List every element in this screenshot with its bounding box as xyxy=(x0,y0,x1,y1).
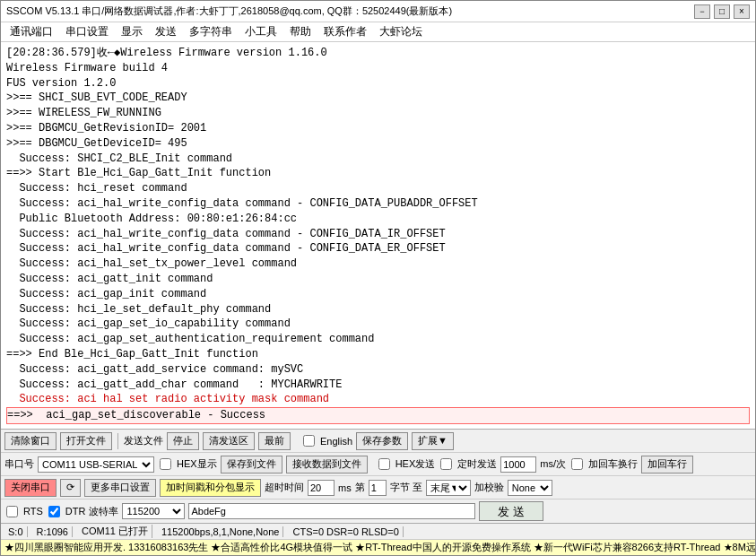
window-title: SSCOM V5.13.1 串口/网络数据调试器,作者:大虾丁丁,2618058… xyxy=(6,4,452,18)
last-button[interactable]: 最前 xyxy=(258,432,291,450)
expand-button[interactable]: 扩展▼ xyxy=(412,432,454,450)
dtr-checkbox[interactable] xyxy=(48,506,60,517)
hex-send-checkbox[interactable] xyxy=(378,458,390,470)
flow-ctrl-button[interactable]: 加回车行 xyxy=(641,456,693,473)
term-line-21: Success: aci_gatt_add_service command: m… xyxy=(6,363,303,376)
term-line-4: >>== WIRELESS_FW_RUNNING xyxy=(6,107,161,119)
menu-display[interactable]: 显示 xyxy=(116,23,148,40)
term-line-24: ==>> aci_gap_set_discoverable - Success xyxy=(6,407,750,424)
ms-unit-label: ms/次 xyxy=(540,457,566,471)
newline-checkbox[interactable] xyxy=(571,458,583,470)
timer-send-label: 定时发送 xyxy=(457,457,497,471)
clear-window-button[interactable]: 清除窗口 xyxy=(4,432,56,450)
send-input[interactable] xyxy=(188,503,475,519)
term-line-0: [20:28:36.579]收←◆Wireless Firmware versi… xyxy=(6,47,327,59)
toolbar-row3: 关闭串口 ⟳ 更多串口设置 加时间戳和分包显示 超时时间 ms 第 字节 至 末… xyxy=(1,476,755,500)
save-params-button[interactable]: 保存参数 xyxy=(356,432,408,450)
close-port-button[interactable]: 关闭串口 xyxy=(4,479,56,497)
window-controls: － □ × xyxy=(694,4,750,19)
term-line-14: Success: aci_hal_set_tx_power_level comm… xyxy=(6,257,297,270)
timer-send-checkbox[interactable] xyxy=(440,458,452,470)
menu-forum[interactable]: 大虾论坛 xyxy=(374,23,428,40)
more-settings-button[interactable]: 更多串口设置 xyxy=(84,479,156,497)
term-line-2: FUS version 1.2.0 xyxy=(6,77,116,90)
packet-unit-label: 字节 至 xyxy=(390,481,422,494)
minimize-button[interactable]: － xyxy=(694,4,710,19)
menu-port-settings[interactable]: 串口设置 xyxy=(60,23,114,40)
term-line-11: Public Bluetooth Address: 00:80:e1:26:84… xyxy=(6,213,297,225)
term-line-9: Success: hci_reset command xyxy=(6,182,187,195)
timer-interval-input[interactable] xyxy=(500,456,536,473)
ad-text: ★四川黑眼圈智能应用开发. 13316083163先生 ★合适高性价比4G模块值… xyxy=(4,541,755,554)
toolbar-row4: RTS DTR 波特率 115200 发 送 xyxy=(1,500,755,523)
term-line-18: Success: aci_gap_set_io_capability comma… xyxy=(6,317,291,330)
save-file-button[interactable]: 保存到文件 xyxy=(221,456,282,473)
baud-status: 115200bps,8,1,None,None xyxy=(158,526,284,537)
r-value: R:1096 xyxy=(33,526,73,537)
timeout-input[interactable] xyxy=(308,480,335,496)
menu-tools[interactable]: 小工具 xyxy=(239,23,282,40)
term-line-13: Success: aci_hal_write_config_data comma… xyxy=(6,242,446,255)
port-status: COM11 已打开 xyxy=(78,525,152,538)
menu-contact[interactable]: 联系作者 xyxy=(318,23,372,40)
term-line-1: Wireless Firmware build 4 xyxy=(6,62,168,74)
stop-button[interactable]: 停止 xyxy=(167,432,199,450)
menu-multistring[interactable]: 多字符串 xyxy=(184,23,238,40)
term-line-5: >>== DBGMCU_GetRevisionID= 2001 xyxy=(6,122,206,135)
recv-file-button[interactable]: 接收数据到文件 xyxy=(286,456,368,473)
term-line-8: ==>> Start Ble_Hci_Gap_Gatt_Init functio… xyxy=(6,167,271,179)
clear-send-button[interactable]: 清发送区 xyxy=(203,432,255,450)
menu-help[interactable]: 帮助 xyxy=(284,23,317,40)
cts-status: CTS=0 DSR=0 RLSD=0 xyxy=(289,526,403,537)
status-bar: S:0 R:1096 COM11 已打开 115200bps,8,1,None,… xyxy=(1,523,755,539)
rts-label: RTS xyxy=(23,506,43,517)
hex-display-label: HEX显示 xyxy=(177,457,217,471)
menu-bar: 通讯端口 串口设置 显示 发送 多字符串 小工具 帮助 联系作者 大虾论坛 xyxy=(1,22,755,42)
newline-label: 加回车换行 xyxy=(588,457,638,471)
s-value: S:0 xyxy=(4,526,28,537)
term-line-3: >>== SHCI_SUB_EVT_CODE_READY xyxy=(6,91,187,104)
timeout-label: 超时时间 xyxy=(265,481,304,494)
term-line-6: >>== DBGMCU_GetDeviceID= 495 xyxy=(6,137,187,150)
refresh-button[interactable]: ⟳ xyxy=(60,479,81,497)
hex-display-checkbox[interactable] xyxy=(160,458,171,470)
packet-num-input[interactable] xyxy=(369,480,387,496)
hex-send-label: HEX发送 xyxy=(395,457,436,471)
baud-label: 波特率 xyxy=(89,505,118,518)
baud-select[interactable]: 115200 xyxy=(122,503,185,519)
packet-end-select[interactable]: 末尾▼ xyxy=(426,480,471,496)
menu-send[interactable]: 发送 xyxy=(150,23,182,40)
english-checkbox[interactable] xyxy=(303,435,315,447)
packet-label: 第 xyxy=(355,481,365,494)
term-line-15: Success: aci_gatt_init command xyxy=(6,273,213,285)
maximize-button[interactable]: □ xyxy=(714,4,730,19)
title-bar: SSCOM V5.13.1 串口/网络数据调试器,作者:大虾丁丁,2618058… xyxy=(1,1,755,22)
term-line-10: Success: aci_hal_write_config_data comma… xyxy=(6,197,478,210)
term-line-22: Success: aci_gatt_add_char command : MYC… xyxy=(6,378,342,391)
send-file-label: 发送文件 xyxy=(124,434,163,447)
dtr-label: DTR xyxy=(65,506,86,517)
port-number-label: 串口号 xyxy=(4,457,34,471)
close-button[interactable]: × xyxy=(734,4,750,19)
term-line-19: Success: aci_gap_set_authentication_requ… xyxy=(6,333,374,345)
term-line-23: Success: aci hal set radio activity mask… xyxy=(6,393,329,405)
toolbar-row1: 清除窗口 打开文件 发送文件 停止 清发送区 最前 English 保存参数 扩… xyxy=(1,430,755,453)
menu-comm[interactable]: 通讯端口 xyxy=(4,23,58,40)
term-line-16: Success: aci_gap_init command xyxy=(6,288,206,300)
rts-checkbox[interactable] xyxy=(6,506,18,517)
term-line-12: Success: aci_hal_write_config_data comma… xyxy=(6,228,446,240)
send-button[interactable]: 发 送 xyxy=(479,501,543,521)
main-window: SSCOM V5.13.1 串口/网络数据调试器,作者:大虾丁丁,2618058… xyxy=(0,0,756,556)
timestamp-button[interactable]: 加时间戳和分包显示 xyxy=(160,479,261,497)
term-line-7: Success: SHCI_C2_BLE_Init command xyxy=(6,152,232,165)
english-label: English xyxy=(320,436,352,447)
ad-bar: ★四川黑眼圈智能应用开发. 13316083163先生 ★合适高性价比4G模块值… xyxy=(1,539,755,555)
terminal-output: [20:28:36.579]收←◆Wireless Firmware versi… xyxy=(1,42,755,429)
open-file-button[interactable]: 打开文件 xyxy=(60,432,112,450)
term-line-17: Success: hci_le_set_default_phy command xyxy=(6,303,271,316)
encode-label: 加校验 xyxy=(474,481,504,494)
bottom-controls: 清除窗口 打开文件 发送文件 停止 清发送区 最前 English 保存参数 扩… xyxy=(1,429,755,523)
encode-select[interactable]: None xyxy=(508,480,552,496)
port-select[interactable]: COM11 USB-SERIAL CH340 xyxy=(38,456,154,473)
ms-label: ms xyxy=(338,482,352,493)
